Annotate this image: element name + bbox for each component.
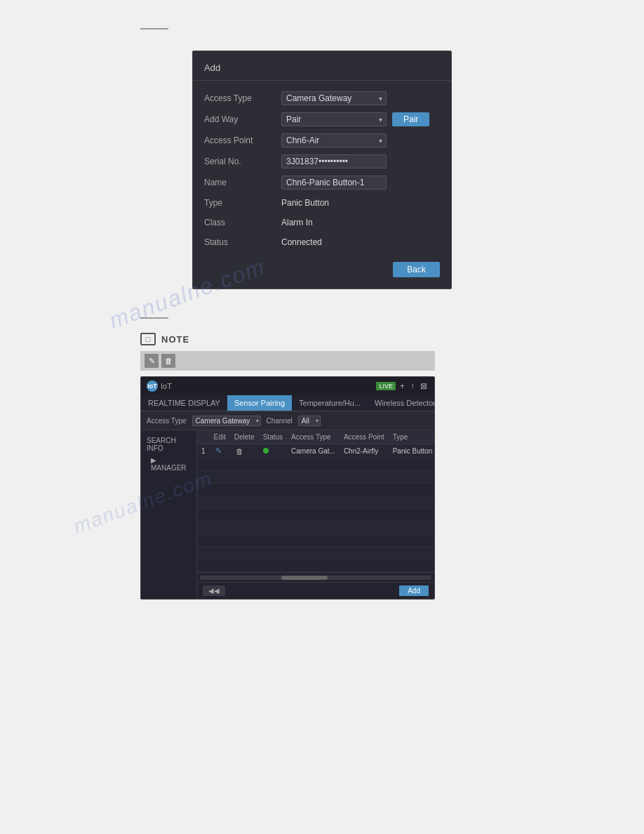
scroll-bar-area[interactable] [197, 572, 434, 582]
access-type-filter-select[interactable]: Camera Gateway [192, 416, 261, 426]
dialog-footer: Back [193, 256, 451, 277]
divider-line-1 [140, 28, 168, 29]
row-access-type: Camera Gat... [287, 444, 340, 458]
tab-temperature[interactable]: Temperature/Hu... [292, 395, 368, 411]
manager-label: MANAGER [151, 464, 187, 472]
iot-logo-icon: IoT [147, 380, 158, 392]
status-row: Status Connected [193, 232, 451, 252]
header-close-btn[interactable]: ⊠ [419, 381, 429, 391]
note-header: □ NOTE [140, 333, 189, 345]
col-num [197, 430, 210, 444]
access-point-select[interactable]: Chn6-Air [281, 133, 387, 147]
col-status: Status [259, 430, 287, 444]
channel-filter-select[interactable]: All [298, 416, 321, 426]
access-type-filter-label: Access Type [147, 417, 187, 425]
toolbar-bar: ✎ 🗑 [140, 351, 435, 371]
status-label: Status [204, 237, 281, 247]
iot-panel: IoT IoT LIVE + ↑ ⊠ REALTIME DISPLAY Sens… [140, 376, 435, 600]
tab-realtime-display[interactable]: REALTIME DISPLAY [141, 395, 227, 411]
note-book-icon: □ [140, 333, 156, 345]
top-section: Add Access Type Camera Gateway Add Way P… [0, 0, 644, 303]
iot-footer: ◀◀ Add [197, 582, 434, 599]
access-type-row: Access Type Camera Gateway [193, 88, 451, 109]
edit-btn[interactable]: ✎ [214, 446, 223, 456]
col-delete: Delete [230, 430, 259, 444]
delete-icon-btn[interactable]: 🗑 [161, 354, 175, 368]
empty-row-2 [197, 471, 434, 484]
row-type: Panic Button [389, 444, 434, 458]
name-row: Name [193, 172, 451, 193]
tab-wireless-detector[interactable]: Wireless Detector [368, 395, 435, 411]
col-edit: Edit [210, 430, 230, 444]
channel-filter-label: Channel [267, 417, 293, 425]
filter-row: Access Type Camera Gateway Channel All [141, 411, 434, 430]
name-input[interactable] [281, 176, 387, 190]
access-point-select-wrapper: Chn6-Air [281, 133, 387, 147]
row-access-point: Chn2-Airfly [340, 444, 389, 458]
pair-button[interactable]: Pair [392, 112, 429, 126]
iot-tabs: REALTIME DISPLAY Sensor Pairing Temperat… [141, 395, 434, 411]
iot-body: SEARCH INFO ▶ MANAGER Edit Delete Status [141, 430, 434, 599]
manager-chevron: ▶ [151, 456, 156, 464]
status-value: Connected [281, 237, 322, 247]
row-edit[interactable]: ✎ [210, 444, 230, 458]
access-type-filter-wrap: Camera Gateway [192, 415, 261, 426]
add-iot-button[interactable]: Add [399, 585, 429, 596]
iot-logo-text: IoT [161, 382, 172, 390]
class-value: Alarm In [281, 218, 313, 227]
scroll-thumb[interactable] [281, 576, 328, 580]
tab-sensor-pairing[interactable]: Sensor Pairing [227, 395, 292, 411]
header-up-btn[interactable]: ↑ [409, 381, 416, 391]
add-dialog: Add Access Type Camera Gateway Add Way P… [192, 51, 452, 289]
note-label: NOTE [161, 334, 189, 345]
empty-row-1 [197, 458, 434, 471]
empty-row-3 [197, 484, 434, 496]
row-delete[interactable]: 🗑 [230, 444, 259, 458]
empty-row-8 [197, 547, 434, 560]
empty-row-6 [197, 522, 434, 534]
empty-row-4 [197, 496, 434, 509]
header-add-btn[interactable]: + [398, 381, 406, 391]
type-row: Type Panic Button [193, 193, 451, 213]
sidebar-item-manager[interactable]: ▶ MANAGER [141, 454, 196, 474]
type-label: Type [204, 198, 281, 208]
type-value: Panic Button [281, 198, 329, 208]
serial-no-input[interactable] [281, 154, 387, 168]
table-row: 1 ✎ 🗑 Camera Gat... Chn2-Airfly Panic Bu… [197, 444, 434, 458]
page-button[interactable]: ◀◀ [203, 585, 225, 596]
note-section: □ NOTE ✎ 🗑 IoT IoT LIVE + ↑ ⊠ REALTIME D… [0, 303, 644, 607]
access-type-select[interactable]: Camera Gateway [281, 91, 387, 105]
col-access-type: Access Type [287, 430, 340, 444]
iot-header-right: LIVE + ↑ ⊠ [376, 381, 429, 391]
back-button[interactable]: Back [393, 262, 440, 277]
col-access-point: Access Point [340, 430, 389, 444]
col-type: Type [389, 430, 434, 444]
divider-line-2 [140, 317, 168, 319]
serial-no-row: Serial No. [193, 151, 451, 172]
iot-table-wrap: Edit Delete Status Access Type Access Po… [197, 430, 434, 599]
row-num: 1 [197, 444, 210, 458]
row-status [259, 444, 287, 458]
access-type-label: Access Type [204, 93, 281, 103]
delete-btn[interactable]: 🗑 [234, 447, 245, 456]
iot-sidebar: SEARCH INFO ▶ MANAGER [141, 430, 197, 599]
access-type-select-wrapper: Camera Gateway [281, 91, 387, 105]
empty-row-7 [197, 534, 434, 547]
search-info-section: SEARCH INFO [141, 435, 196, 454]
access-point-label: Access Point [204, 135, 281, 145]
empty-row-5 [197, 509, 434, 522]
add-way-label: Add Way [204, 114, 281, 124]
add-way-select[interactable]: Pair [281, 112, 387, 126]
name-label: Name [204, 178, 281, 187]
scroll-track[interactable] [200, 576, 431, 580]
live-badge: LIVE [376, 382, 396, 390]
class-label: Class [204, 218, 281, 227]
empty-row-9 [197, 560, 434, 572]
iot-table: Edit Delete Status Access Type Access Po… [197, 430, 434, 572]
access-point-row: Access Point Chn6-Air [193, 130, 451, 151]
channel-filter-wrap: All [298, 415, 321, 426]
add-way-controls: Pair Pair [281, 112, 429, 126]
edit-icon-btn[interactable]: ✎ [145, 354, 159, 368]
iot-header: IoT IoT LIVE + ↑ ⊠ [141, 377, 434, 395]
add-way-row: Add Way Pair Pair [193, 109, 451, 130]
